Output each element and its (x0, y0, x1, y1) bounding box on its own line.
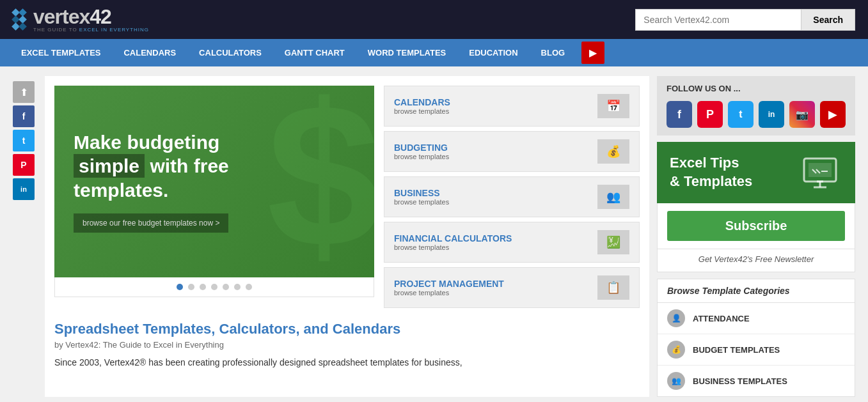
social-links-row: f P t in 📷 ▶ (667, 101, 846, 128)
linkedin-sidebar-icon[interactable]: in (13, 178, 35, 200)
slider-dots (54, 277, 374, 297)
header: vertex42 THE GUIDE TO EXCEL IN EVERYTHIN… (0, 0, 868, 39)
slider-image[interactable]: $ Make budgeting simple with free templa… (54, 86, 374, 277)
dot-7[interactable] (246, 284, 252, 290)
search-area: Search (635, 9, 855, 31)
slider-highlight: simple (74, 154, 145, 178)
categories-list: CALENDARS browse templates 📅 BUDGETING b… (384, 86, 640, 308)
nav-item-excel-templates[interactable]: EXCEL TEMPLATES (10, 39, 112, 66)
youtube-follow-icon[interactable]: ▶ (820, 101, 846, 128)
attendance-icon: 👤 (667, 309, 685, 327)
slider-category-row: $ Make budgeting simple with free templa… (54, 86, 640, 308)
page-title: Spreadsheet Templates, Calculators, and … (54, 321, 640, 337)
category-calendars[interactable]: CALENDARS browse templates 📅 (384, 86, 640, 127)
page-title-section: Spreadsheet Templates, Calculators, and … (54, 321, 640, 369)
dot-5[interactable] (223, 284, 229, 290)
share-icon[interactable]: ⬆ (13, 81, 35, 103)
browse-categories-box: Browse Template Categories 👤 ATTENDANCE … (657, 279, 855, 397)
cat-project-title: PROJECT MANAGEMENT (394, 279, 504, 289)
cat-budgeting-title: BUDGETING (394, 143, 449, 153)
search-button[interactable]: Search (801, 9, 855, 31)
slider-content: Make budgeting simple with free template… (74, 130, 229, 233)
cat-calendars-sub: browse templates (394, 107, 450, 115)
cat-business-sub: browse templates (394, 198, 449, 206)
dot-1[interactable] (177, 284, 183, 290)
browse-item-business[interactable]: 👥 BUSINESS TEMPLATES (658, 366, 855, 396)
facebook-sidebar-icon[interactable]: f (13, 105, 35, 127)
cat-financial-icon: 💹 (597, 230, 629, 254)
category-budgeting[interactable]: BUDGETING browse templates 💰 (384, 131, 640, 172)
twitter-follow-icon[interactable]: t (728, 101, 754, 128)
browse-item-attendance[interactable]: 👤 ATTENDANCE (658, 303, 855, 334)
youtube-icon: ▶ (589, 47, 597, 59)
main-wrapper: ⬆ f t P in $ Make budgeting (0, 66, 868, 402)
excel-tips-box: Excel Tips & Templates (657, 142, 855, 203)
slider: $ Make budgeting simple with free templa… (54, 86, 374, 308)
category-financial-calculators[interactable]: FINANCIAL CALCULATORS browse templates 💹 (384, 222, 640, 263)
slider-title: Make budgeting simple with free template… (74, 130, 229, 203)
logo-diamonds (13, 10, 26, 29)
slider-cta-button[interactable]: browse our free budget templates now > (74, 213, 228, 233)
business-icon: 👥 (667, 372, 685, 390)
page-subtitle: by Vertex42: The Guide to Excel in Every… (54, 340, 640, 350)
nav-item-calculators[interactable]: CALCULATORS (187, 39, 273, 66)
cat-business-title: BUSINESS (394, 188, 449, 198)
browse-budget-label: BUDGET TEMPLATES (693, 345, 780, 355)
slider-dollar-bg: $ (267, 86, 374, 277)
category-business[interactable]: BUSINESS browse templates 👥 (384, 176, 640, 217)
budget-icon: 💰 (667, 341, 685, 359)
excel-tips-monitor-icon (798, 153, 842, 192)
left-sidebar: ⬆ f t P in (13, 76, 37, 397)
subscribe-button-section: Subscribe (657, 203, 855, 249)
right-sidebar: FOLLOW US ON ... f P t in 📷 ▶ (657, 76, 855, 397)
nav-item-blog[interactable]: BLOG (530, 39, 577, 66)
cat-calendars-icon: 📅 (597, 94, 629, 118)
linkedin-follow-icon[interactable]: in (759, 101, 784, 128)
excel-tips-subscribe-area: Excel Tips & Templates (657, 142, 855, 272)
nav-item-word-templates[interactable]: WORD TEMPLATES (356, 39, 458, 66)
nav-item-education[interactable]: EDUCATION (457, 39, 529, 66)
twitter-sidebar-icon[interactable]: t (13, 130, 35, 151)
pinterest-sidebar-icon[interactable]: P (13, 154, 35, 176)
browse-item-budget[interactable]: 💰 BUDGET TEMPLATES (658, 334, 855, 366)
cat-budgeting-sub: browse templates (394, 153, 449, 160)
logo[interactable]: vertex42 THE GUIDE TO EXCEL IN EVERYTHIN… (13, 6, 149, 33)
browse-attendance-label: ATTENDANCE (693, 314, 750, 323)
logo-tagline: THE GUIDE TO EXCEL IN EVERYTHING (33, 27, 149, 33)
cat-financial-title: FINANCIAL CALCULATORS (394, 233, 512, 244)
pinterest-follow-icon[interactable]: P (697, 101, 723, 128)
dot-2[interactable] (188, 284, 194, 290)
cat-project-icon: 📋 (597, 275, 629, 300)
newsletter-text: Get Vertex42's Free Newsletter (657, 249, 855, 272)
cat-business-icon: 👥 (597, 185, 629, 209)
subscribe-button[interactable]: Subscribe (667, 211, 845, 241)
browse-categories-title: Browse Template Categories (658, 279, 855, 303)
logo-text: vertex42 (33, 6, 149, 27)
browse-business-label: BUSINESS TEMPLATES (693, 376, 787, 386)
cat-financial-sub: browse templates (394, 244, 512, 251)
cat-budgeting-icon: 💰 (597, 139, 629, 164)
dot-4[interactable] (211, 284, 217, 290)
svg-rect-1 (809, 163, 832, 177)
facebook-follow-icon[interactable]: f (667, 101, 692, 128)
main-nav: EXCEL TEMPLATES CALENDARS CALCULATORS GA… (0, 39, 868, 66)
content-area: $ Make budgeting simple with free templa… (45, 76, 649, 397)
nav-item-gantt-chart[interactable]: GANTT CHART (273, 39, 356, 66)
follow-title: FOLLOW US ON ... (667, 84, 846, 93)
dot-3[interactable] (200, 284, 206, 290)
category-project-management[interactable]: PROJECT MANAGEMENT browse templates 📋 (384, 267, 640, 308)
follow-box: FOLLOW US ON ... f P t in 📷 ▶ (657, 76, 855, 135)
page-description: Since 2003, Vertex42® has been creating … (54, 356, 640, 369)
search-input[interactable] (635, 9, 801, 31)
instagram-follow-icon[interactable]: 📷 (789, 101, 815, 128)
nav-item-calendars[interactable]: CALENDARS (112, 39, 187, 66)
nav-youtube-button[interactable]: ▶ (581, 42, 604, 64)
dot-6[interactable] (234, 284, 241, 290)
cat-calendars-title: CALENDARS (394, 97, 450, 107)
cat-project-sub: browse templates (394, 289, 504, 297)
excel-tips-text: Excel Tips & Templates (670, 154, 752, 190)
